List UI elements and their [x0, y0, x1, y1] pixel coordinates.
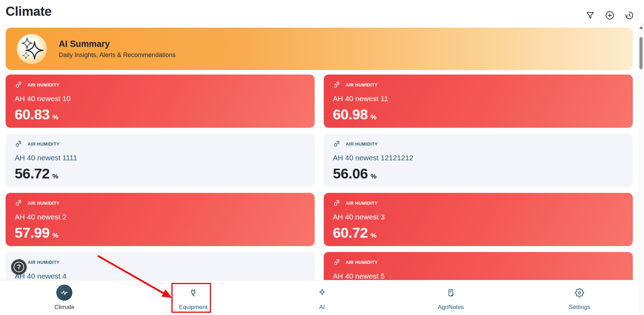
filter-icon	[585, 10, 595, 20]
nav-item-ai[interactable]: AI	[258, 280, 386, 315]
sensor-unit: %	[52, 173, 58, 180]
pulse-icon	[56, 285, 72, 301]
page-title: Climate	[6, 4, 52, 19]
nav-label: AgriNotes	[438, 304, 464, 311]
plug-icon	[188, 285, 198, 301]
sensor-value: 56.06	[333, 166, 368, 182]
sensor-type-label: AIR HUMIDITY	[346, 142, 378, 147]
humidity-icon	[15, 199, 23, 208]
sensor-value: 60.98	[333, 106, 368, 123]
ai-sparkles-icon	[17, 34, 47, 64]
sensor-value: 60.72	[333, 225, 368, 241]
humidity-icon	[15, 80, 23, 89]
sensor-unit: %	[52, 232, 58, 239]
humidity-icon	[333, 258, 342, 267]
sensor-name: AH 40 newest 12121212	[333, 154, 624, 162]
humidity-icon	[333, 199, 342, 208]
sensor-name: AH 40 newest 11	[333, 94, 624, 103]
notes-icon	[446, 285, 456, 301]
humidity-icon	[15, 140, 23, 148]
sensor-card[interactable]: AIR HUMIDITY AH 40 newest 3 60.72%	[324, 193, 633, 246]
sensor-unit: %	[52, 113, 58, 121]
question-mark-icon: ?	[14, 262, 24, 272]
sensor-type-label: AIR HUMIDITY	[346, 260, 378, 265]
sensor-name: AH 40 newest 5	[333, 272, 624, 280]
sensor-card[interactable]: AIR HUMIDITY AH 40 newest 11 60.98%	[324, 75, 633, 128]
filter-button[interactable]	[585, 10, 596, 21]
sensor-card[interactable]: AIR HUMIDITY AH 40 newest 2 57.99%	[6, 193, 315, 246]
sensor-name: AH 40 newest 2	[15, 213, 306, 221]
climate-page: Climate AI Summary Daily Insights, Alert…	[0, 0, 644, 315]
sensor-value: 60.83	[15, 106, 50, 123]
nav-label: Settings	[569, 304, 590, 311]
sensor-card-grid: AIR HUMIDITY AH 40 newest 10 60.83% AIR …	[6, 75, 633, 305]
nav-item-climate[interactable]: Climate	[0, 280, 129, 315]
ai-summary-title: AI Summary	[59, 39, 176, 49]
sensor-value: 57.99	[15, 225, 50, 241]
add-button[interactable]	[604, 10, 615, 21]
sensor-name: AH 40 newest 10	[15, 94, 306, 103]
humidity-icon	[333, 140, 342, 148]
sensor-name: AH 40 newest 4	[15, 272, 306, 280]
history-icon	[624, 10, 634, 20]
sensor-unit: %	[371, 232, 377, 239]
sensor-type-label: AIR HUMIDITY	[346, 201, 378, 206]
sensor-card[interactable]: AIR HUMIDITY AH 40 newest 10 60.83%	[6, 75, 315, 128]
nav-item-equipment[interactable]: Equipment	[129, 280, 257, 315]
ai-summary-banner[interactable]: AI Summary Daily Insights, Alerts & Reco…	[6, 28, 633, 70]
help-button[interactable]: ?	[11, 259, 27, 275]
sensor-card[interactable]: AIR HUMIDITY AH 40 newest 12121212 56.06…	[324, 134, 633, 187]
nav-label: Climate	[54, 304, 74, 311]
scrollbar-thumb[interactable]	[639, 37, 643, 69]
nav-item-agrinotes[interactable]: AgriNotes	[386, 280, 515, 315]
sensor-unit: %	[371, 113, 377, 121]
history-button[interactable]	[624, 10, 635, 21]
sensor-type-label: AIR HUMIDITY	[28, 83, 59, 88]
gear-icon	[575, 285, 584, 301]
sensor-name: AH 40 newest 1111	[15, 154, 306, 162]
ai-summary-text: AI Summary Daily Insights, Alerts & Reco…	[59, 39, 176, 59]
sensor-type-label: AIR HUMIDITY	[346, 83, 378, 88]
sensor-name: AH 40 newest 3	[333, 213, 624, 221]
sparkle-icon	[317, 285, 327, 301]
ai-summary-subtitle: Daily Insights, Alerts & Recommendations	[59, 51, 176, 59]
nav-item-settings[interactable]: Settings	[515, 280, 644, 315]
sensor-value: 56.72	[15, 166, 50, 182]
sensor-type-label: AIR HUMIDITY	[28, 201, 59, 206]
scroll-up-arrow-icon[interactable]	[639, 24, 643, 29]
sensor-type-label: AIR HUMIDITY	[28, 142, 59, 147]
scrollbar[interactable]	[638, 22, 644, 315]
header-actions	[585, 10, 635, 21]
nav-label: Equipment	[179, 304, 207, 311]
plus-circle-icon	[605, 10, 615, 20]
nav-label: AI	[319, 304, 325, 311]
bottom-nav: Climate Equipment AI AgriNotes Settings	[0, 280, 644, 315]
sensor-card[interactable]: AIR HUMIDITY AH 40 newest 1111 56.72%	[6, 134, 315, 187]
sensor-type-label: AIR HUMIDITY	[28, 260, 59, 265]
sensor-unit: %	[371, 173, 377, 180]
humidity-icon	[333, 80, 342, 89]
